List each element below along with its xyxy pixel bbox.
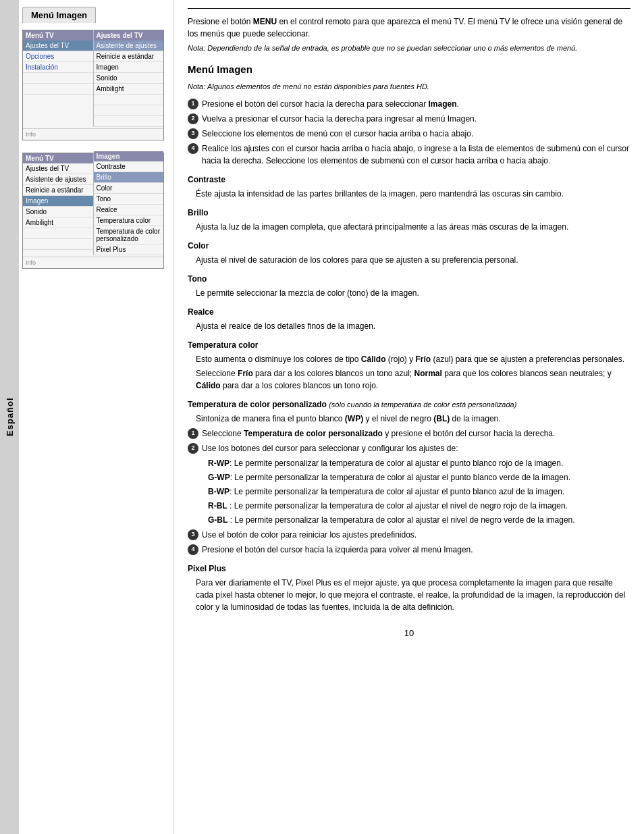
info-row-1: Info [23, 128, 163, 140]
temp-personalizado-body: Sintoniza de manera fina el punto blanco… [196, 413, 630, 425]
tv-menu-col-2b: Menú TV Imagen Contraste Brillo Color To… [94, 153, 164, 255]
temp-step-4-num: 4 [188, 544, 198, 555]
temp-step-3: 3 Use el botón de color para reiniciar l… [188, 529, 630, 541]
menu2-realce[interactable]: Realce [94, 205, 164, 215]
menu-item-b-empty1 [94, 95, 164, 105]
tv-menu-col-1a: Menú TV Ajustes del TV Opciones Instalac… [23, 30, 94, 127]
menu-item-sonido1[interactable]: Sonido [94, 73, 164, 84]
menu2-temp-personalizado[interactable]: Temperatura de color personalizado [94, 226, 164, 244]
color-body: Ajusta el nivel de saturación de los col… [196, 254, 630, 266]
menu2-asistente[interactable]: Asistente de ajustes [23, 174, 93, 185]
menu2-imagen[interactable]: Imagen [23, 196, 93, 207]
info-row-2: Info [23, 257, 163, 268]
temp-step-4-text: Presione el botón del cursor hacia la iz… [202, 544, 473, 556]
step-4-num: 4 [188, 143, 198, 154]
temp-color-body: Esto aumenta o disminuye los colores de … [196, 353, 630, 392]
realce-body: Ajusta el realce de los detalles finos d… [196, 320, 630, 332]
temp-personalizado-intro: Sintoniza de manera fina el punto blanco… [196, 413, 630, 425]
temp-personalizado-title: Temperatura de color personalizado (sólo… [188, 398, 630, 411]
step-4: 4 Realice los ajustes con el cursor haci… [188, 142, 630, 167]
menu-item-empty1 [23, 73, 93, 84]
top-desc-line1: Presione el botón MENU en el control rem… [188, 16, 630, 40]
step-2: 2 Vuelva a presionar el cursor hacia la … [188, 113, 630, 125]
realce-title: Realce [188, 306, 630, 318]
sub-item-bwp: B-WP: Le permite personalizar la tempera… [208, 486, 630, 498]
menu2-reinicie[interactable]: Reinicie a estándar [23, 185, 93, 196]
step-3: 3 Seleccione los elementos de menú con e… [188, 128, 630, 140]
temp-color-body2: Seleccione Frío para dar a los colores b… [196, 367, 630, 392]
tv-menu-box-1: Menú TV Ajustes del TV Opciones Instalac… [22, 30, 164, 140]
menu-item-opciones[interactable]: Opciones [23, 51, 93, 62]
menu-item-b-empty3 [94, 116, 164, 127]
menu2-temp-color[interactable]: Temperatura color [94, 215, 164, 226]
menu2-tono[interactable]: Tono [94, 194, 164, 205]
temp-step-1-num: 1 [188, 428, 198, 439]
left-column: Menú Imagen Menú TV Ajustes del TV Opcio… [19, 0, 174, 834]
temp-step-1-text: Seleccione Temperatura de color personal… [202, 427, 555, 440]
top-desc-note: Nota: Dependiendo de la señal de entrada… [188, 43, 630, 54]
contraste-body: Éste ajusta la intensidad de las partes … [196, 188, 630, 200]
menu-tab: Menú Imagen [22, 7, 96, 23]
menu2-brillo[interactable]: Brillo [94, 172, 164, 183]
step-1: 1 Presione el botón del cursor hacia la … [188, 98, 630, 110]
brillo-body: Ajusta la luz de la imagen completa, que… [196, 221, 630, 233]
top-line [188, 8, 630, 9]
step-1-text: Presione el botón del cursor hacia la de… [202, 98, 459, 110]
color-title: Color [188, 240, 630, 252]
menu2-sonido[interactable]: Sonido [23, 207, 93, 217]
temp-step-3-num: 3 [188, 529, 198, 540]
menu-item-ajustes-tv[interactable]: Ajustes del TV [23, 41, 93, 51]
contraste-title: Contraste [188, 174, 630, 186]
menu-item-instalacion[interactable]: Instalación [23, 62, 93, 73]
temp-color-body1: Esto aumenta o disminuye los colores de … [196, 353, 630, 365]
temp-step-2-num: 2 [188, 443, 198, 454]
sub-item-gwp: G-WP: Le permite personalizar la tempera… [208, 471, 630, 484]
temp-step-1: 1 Seleccione Temperatura de color person… [188, 427, 630, 440]
sidebar-label: Español [0, 0, 19, 834]
menu2-contraste[interactable]: Contraste [94, 161, 164, 172]
tv-menu-box-2: Menú TV Ajustes del TV Asistente de ajus… [22, 153, 164, 269]
right-column: Presione el botón MENU en el control rem… [174, 0, 644, 834]
top-description: Presione el botón MENU en el control rem… [188, 16, 630, 54]
temp-step-2-text: Use los botones del cursor para seleccio… [202, 442, 458, 454]
pixel-plus-title: Pixel Plus [188, 563, 630, 575]
menu-item-reinicie[interactable]: Reinicie a estándar [94, 51, 164, 62]
menu-item-asistente[interactable]: Asistente de ajustes [94, 41, 164, 51]
step-2-text: Vuelva a presionar el cursor hacia la de… [202, 113, 477, 125]
main-content: Menú Imagen Menú TV Ajustes del TV Opcio… [19, 0, 644, 834]
menu-item-b-empty2 [94, 105, 164, 116]
menu2-ajustes-tv[interactable]: Ajustes del TV [23, 163, 93, 174]
temp-step-4: 4 Presione el botón del cursor hacia la … [188, 544, 630, 556]
temp-personalizado-note: (sólo cuando la temperatura de color est… [329, 400, 516, 409]
menu-item-empty2 [23, 84, 93, 95]
menu-imagen-note: Nota: Algunos elementos de menú no están… [188, 81, 630, 93]
temp-color-title: Temperatura color [188, 339, 630, 351]
menu2-pixel-plus[interactable]: Pixel Plus [94, 244, 164, 255]
col-header-1a: Menú TV [23, 30, 93, 41]
sidebar-text: Español [5, 398, 15, 437]
sub-item-gbl: G-BL : Le permite personalizar la temper… [208, 514, 630, 526]
col-header-1b: Ajustes del TV [94, 30, 164, 41]
menu-imagen-title: Menú Imagen [188, 62, 630, 78]
col-header-2b-real: Imagen [94, 151, 164, 161]
sub-item-rwp: R-WP: Le permite personalizar la tempera… [208, 457, 630, 469]
page-container: Español Menú Imagen Menú TV Ajustes del … [0, 0, 644, 834]
tono-body: Le permite seleccionar la mezcla de colo… [196, 287, 630, 299]
page-number: 10 [188, 627, 630, 640]
tv-menu-col-1b: Ajustes del TV Asistente de ajustes Rein… [94, 30, 164, 127]
step-3-num: 3 [188, 128, 198, 139]
step-4-text: Realice los ajustes con el cursor hacia … [202, 142, 630, 167]
sub-item-rbl: R-BL : Le permite personalizar la temper… [208, 500, 630, 512]
menu2-color[interactable]: Color [94, 183, 164, 194]
step-2-num: 2 [188, 113, 198, 124]
menu-item-ambilight1[interactable]: Ambilight [94, 84, 164, 95]
menu2-empty2 [23, 239, 93, 250]
brillo-title: Brillo [188, 207, 630, 219]
col-header-2a: Menú TV [23, 153, 93, 163]
menu2-ambilight[interactable]: Ambilight [23, 217, 93, 228]
pixel-plus-body: Para ver diariamente el TV, Pixel Plus e… [196, 577, 630, 613]
menu-item-imagen1[interactable]: Imagen [94, 62, 164, 73]
temp-step-3-text: Use el botón de color para reiniciar los… [202, 529, 417, 541]
temp-step-2: 2 Use los botones del cursor para selecc… [188, 442, 630, 454]
step-3-text: Seleccione los elementos de menú con el … [202, 128, 473, 140]
